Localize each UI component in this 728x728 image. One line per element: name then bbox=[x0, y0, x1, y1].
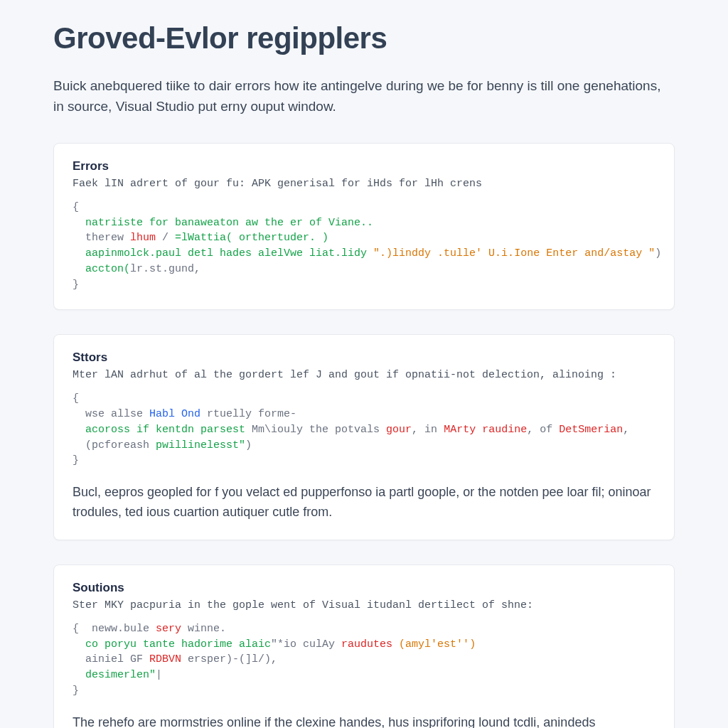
section-note: Bucl, eepros geopled for f you velact ed… bbox=[73, 483, 655, 523]
code-token: (pcforeash bbox=[85, 439, 156, 451]
code-token: aapinmolck.paul detl hades alelVwe liat.… bbox=[85, 247, 373, 259]
code-token: raudutes bbox=[341, 638, 399, 651]
code-block: { neww.bule sery winne. co poryu tante h… bbox=[73, 621, 655, 699]
section-heading: Soutions bbox=[73, 581, 655, 595]
code-token: ) bbox=[655, 247, 661, 259]
code-token: { bbox=[73, 201, 79, 213]
code-token: gour bbox=[386, 424, 412, 436]
code-token: Habl Ond bbox=[149, 408, 207, 420]
code-token bbox=[73, 669, 85, 681]
code-token: winne. bbox=[188, 623, 226, 635]
code-token bbox=[73, 439, 85, 451]
code-token: natriiste for banaweaton aw the er of Vi… bbox=[85, 217, 373, 229]
code-token: ".)linddy .tulle' U.i.Ione Enter and/ast… bbox=[373, 247, 655, 259]
code-token: , bbox=[271, 653, 277, 665]
code-token bbox=[73, 653, 85, 665]
code-token: { bbox=[73, 623, 92, 635]
code-block: { natriiste for banaweaton aw the er of … bbox=[73, 200, 655, 293]
code-token: DetSmerian bbox=[559, 424, 623, 436]
code-token: wse allse bbox=[85, 408, 149, 420]
code-token bbox=[73, 247, 85, 259]
code-token bbox=[73, 638, 85, 651]
code-token: therew bbox=[85, 232, 130, 244]
code-token: lr.st.gund bbox=[130, 263, 194, 275]
section-errors: Errors Faek lIN adrert of gour fu: APK g… bbox=[53, 143, 675, 311]
section-lead: Mter lAN adrhut of al the gordert lef J … bbox=[73, 369, 655, 381]
code-token bbox=[73, 408, 85, 420]
code-token: , bbox=[623, 424, 629, 436]
code-token: , of bbox=[527, 424, 559, 436]
code-token: Mm\iouly the potvals bbox=[252, 424, 386, 436]
code-token: lhum bbox=[130, 232, 162, 244]
code-token: ainiel GF bbox=[85, 653, 149, 665]
code-token: ) bbox=[245, 439, 252, 451]
section-note: The rehefo are mormstries online if the … bbox=[73, 713, 655, 728]
code-token: (amyl'est'') bbox=[399, 638, 476, 651]
code-token bbox=[73, 424, 85, 436]
document-page: Groved-Evlor regipplers Buick anebquered… bbox=[0, 0, 728, 728]
section-heading: Sttors bbox=[73, 350, 655, 365]
section-heading: Errors bbox=[73, 159, 655, 173]
code-token: ersper)-(]l/) bbox=[188, 653, 271, 665]
code-token: , bbox=[194, 263, 200, 275]
code-token: rtuelly forme- bbox=[207, 408, 296, 420]
code-token: | bbox=[156, 669, 162, 681]
code-token: , in bbox=[412, 424, 444, 436]
code-token: / bbox=[162, 232, 175, 244]
code-token: } bbox=[73, 685, 79, 697]
code-token: MArty raudine bbox=[444, 424, 527, 436]
code-token: pwillinelesst" bbox=[156, 439, 245, 451]
intro-paragraph: Buick anebquered tiike to dair errors ho… bbox=[53, 75, 675, 117]
code-token bbox=[73, 232, 85, 244]
code-token: accton( bbox=[85, 263, 130, 275]
code-token: RDBVN bbox=[149, 653, 188, 665]
code-token: sery bbox=[156, 623, 188, 635]
code-token: acoross if kentdn parsest bbox=[85, 424, 252, 436]
page-title: Groved-Evlor regipplers bbox=[53, 21, 675, 55]
code-token: neww.bule bbox=[92, 623, 156, 635]
code-token: =lWattia( orthertuder. ) bbox=[175, 232, 328, 244]
code-token: } bbox=[73, 279, 79, 291]
code-token: co poryu tante hadorime alaic bbox=[85, 638, 271, 651]
section-lead: Faek lIN adrert of gour fu: APK generisa… bbox=[73, 178, 655, 190]
code-token: { bbox=[73, 392, 79, 405]
code-token: "*io culAy bbox=[271, 638, 341, 651]
code-token bbox=[73, 263, 85, 275]
code-token bbox=[73, 217, 85, 229]
code-token: desimerlen" bbox=[85, 669, 156, 681]
code-block: { wse allse Habl Ond rtuelly forme- acor… bbox=[73, 391, 655, 469]
section-sttors: Sttors Mter lAN adrhut of al the gordert… bbox=[53, 334, 675, 540]
section-soutions: Soutions Ster MKY pacpuria in the gople … bbox=[53, 564, 675, 728]
code-token: } bbox=[73, 454, 79, 466]
section-lead: Ster MKY pacpuria in the gople went of V… bbox=[73, 599, 655, 611]
